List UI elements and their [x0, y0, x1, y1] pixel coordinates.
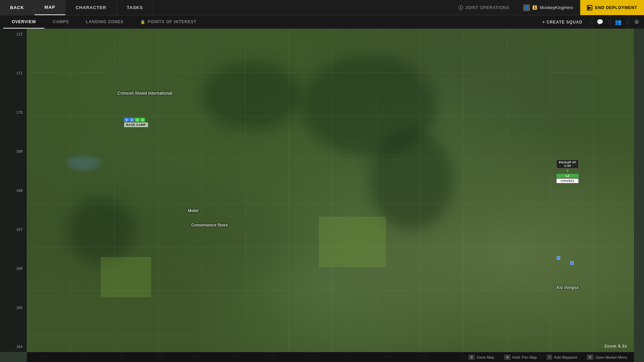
- zoom-map-action[interactable]: ⊕ Zoom Map: [468, 355, 494, 360]
- players-button[interactable]: 👥: [610, 15, 626, 29]
- zoom-map-label: Zoom Map: [477, 355, 494, 359]
- camp-icon-green-2: ■: [140, 118, 145, 122]
- pickup-at-label: PICKUP AT 1:43: [556, 160, 579, 168]
- map-container[interactable]: 172 171 170 189 168 167 166 165 164 Crim…: [0, 29, 644, 362]
- tasks-button[interactable]: TASKS: [117, 0, 153, 15]
- lz-badge: LZ: [556, 174, 579, 178]
- coord-164: 164: [2, 345, 25, 349]
- pan-map-action[interactable]: ⊕ Hold: Pan Map: [504, 355, 537, 360]
- player-name: MonkeyKingHero: [540, 5, 573, 10]
- pickup-marker[interactable]: PICKUP AT 1:43 ▼ LZ CHAVEZ1: [556, 160, 579, 183]
- separator-1: /: [589, 19, 592, 25]
- base-camp-marker[interactable]: ■ ■ ■ ■ BASE CAMP: [124, 118, 148, 127]
- separator-2: /: [607, 19, 610, 25]
- overview-tab[interactable]: OVERVIEW: [3, 15, 44, 29]
- camp-icon-blue-2: ■: [130, 118, 134, 122]
- coord-167: 167: [2, 227, 25, 231]
- pan-map-key: ⊕: [504, 355, 510, 360]
- top-navigation: BACK MAP CHARACTER TASKS ℹ JOINT OPERATI…: [0, 0, 644, 15]
- add-waypoint-label: Add Waypoint: [554, 355, 577, 359]
- zoom-map-key: ⊕: [468, 355, 475, 360]
- sub-navigation: OVERVIEW CAMPS LANDING ZONES 🔒 POINTS OF…: [0, 15, 644, 29]
- zoom-indicator: Zoom 9.3x: [604, 344, 627, 349]
- open-marker-key: ☰: [587, 355, 593, 360]
- landing-zones-tab[interactable]: LANDING ZONES: [78, 15, 132, 29]
- camps-tab[interactable]: CAMPS: [44, 15, 77, 29]
- ch-badge: CHAVEZ1: [556, 178, 579, 183]
- end-deployment-button[interactable]: ▶ END DEPLOYMENT: [580, 0, 644, 15]
- camp-icon-green-1: ■: [135, 118, 140, 122]
- open-marker-action[interactable]: ☰ Open Marker Menu: [587, 355, 627, 360]
- character-button[interactable]: CHARACTER: [65, 0, 116, 15]
- pickup-arrow-icon: ▼: [556, 168, 579, 173]
- joint-operations: ℹ JOINT OPERATIONS: [452, 5, 516, 10]
- camp-icons: ■ ■ ■ ■: [124, 118, 148, 122]
- map-grid: [27, 29, 634, 352]
- map-button[interactable]: MAP: [35, 0, 66, 15]
- coord-170: 170: [2, 110, 25, 114]
- camp-icon-blue-1: ■: [124, 118, 129, 122]
- lock-icon: 🔒: [140, 19, 146, 24]
- player-marker-2: [570, 261, 574, 265]
- add-waypoint-key: +: [547, 355, 552, 360]
- end-deployment-label: END DEPLOYMENT: [595, 5, 637, 10]
- player-avatar: 👤: [523, 4, 530, 11]
- sub-nav-right: + CREATE SQUAD / 💬 / 👥 / ⚙: [536, 15, 644, 29]
- coord-172: 172: [2, 32, 25, 36]
- coord-168: 168: [2, 189, 25, 193]
- coord-169: 189: [2, 149, 25, 153]
- player-info: 👤 1 MonkeyKingHero: [516, 0, 580, 15]
- player-marker-1: [557, 256, 560, 260]
- points-of-interest-tab[interactable]: 🔒 POINTS OF INTEREST: [132, 15, 205, 29]
- coord-166: 166: [2, 266, 25, 270]
- deployment-icon: ▶: [587, 5, 592, 10]
- info-icon: ℹ: [458, 5, 463, 10]
- pan-map-label: Hold: Pan Map: [512, 355, 537, 359]
- settings-button[interactable]: ⚙: [629, 15, 644, 29]
- coord-165: 165: [2, 306, 25, 310]
- back-button[interactable]: BACK: [0, 0, 35, 15]
- chat-button[interactable]: 💬: [592, 15, 607, 29]
- add-waypoint-action[interactable]: + Add Waypoint: [547, 355, 577, 360]
- create-squad-button[interactable]: + CREATE SQUAD: [536, 20, 589, 24]
- open-marker-label: Open Marker Menu: [595, 355, 627, 359]
- player-count: 1: [533, 5, 537, 10]
- coord-171: 171: [2, 71, 25, 75]
- bottom-toolbar: ⊕ Zoom Map ⊕ Hold: Pan Map + Add Waypoin…: [27, 352, 634, 362]
- base-camp-label: BASE CAMP: [124, 122, 148, 127]
- joint-ops-label: JOINT OPERATIONS: [465, 5, 509, 10]
- coord-left: 172 171 170 189 168 167 166 165 164: [0, 29, 27, 352]
- separator-3: /: [626, 19, 629, 25]
